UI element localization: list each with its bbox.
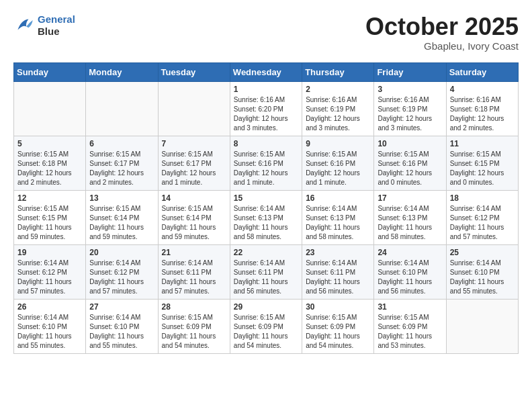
day-info: Sunrise: 6:15 AM Sunset: 6:14 PM Dayligh… [162,204,226,242]
calendar-cell: 30Sunrise: 6:15 AM Sunset: 6:09 PM Dayli… [302,299,374,353]
calendar-cell: 19Sunrise: 6:14 AM Sunset: 6:12 PM Dayli… [14,244,86,299]
calendar-cell: 7Sunrise: 6:15 AM Sunset: 6:17 PM Daylig… [158,136,230,190]
weekday-header: Saturday [446,62,518,81]
day-info: Sunrise: 6:14 AM Sunset: 6:12 PM Dayligh… [17,259,82,296]
day-number: 28 [162,302,226,312]
day-number: 23 [306,248,370,257]
calendar-cell: 20Sunrise: 6:14 AM Sunset: 6:12 PM Dayli… [86,244,158,299]
day-info: Sunrise: 6:16 AM Sunset: 6:19 PM Dayligh… [378,95,442,133]
calendar-cell: 28Sunrise: 6:15 AM Sunset: 6:09 PM Dayli… [158,299,230,353]
day-info: Sunrise: 6:14 AM Sunset: 6:13 PM Dayligh… [234,204,298,242]
calendar-cell: 2Sunrise: 6:16 AM Sunset: 6:19 PM Daylig… [302,81,374,136]
calendar-cell: 1Sunrise: 6:16 AM Sunset: 6:20 PM Daylig… [230,81,302,136]
day-info: Sunrise: 6:14 AM Sunset: 6:13 PM Dayligh… [378,204,442,242]
calendar-cell: 27Sunrise: 6:14 AM Sunset: 6:10 PM Dayli… [86,299,158,353]
calendar-cell: 31Sunrise: 6:15 AM Sunset: 6:09 PM Dayli… [374,299,446,353]
day-number: 17 [378,193,442,203]
calendar-week-row: 5Sunrise: 6:15 AM Sunset: 6:18 PM Daylig… [14,136,519,190]
day-number: 16 [306,193,370,203]
calendar-header-row: SundayMondayTuesdayWednesdayThursdayFrid… [14,62,519,81]
calendar-cell: 10Sunrise: 6:15 AM Sunset: 6:16 PM Dayli… [374,136,446,190]
calendar-cell: 13Sunrise: 6:15 AM Sunset: 6:14 PM Dayli… [86,190,158,244]
day-info: Sunrise: 6:15 AM Sunset: 6:17 PM Dayligh… [89,150,154,187]
calendar-cell: 25Sunrise: 6:14 AM Sunset: 6:10 PM Dayli… [446,244,518,299]
day-info: Sunrise: 6:15 AM Sunset: 6:09 PM Dayligh… [306,313,370,351]
day-info: Sunrise: 6:15 AM Sunset: 6:18 PM Dayligh… [17,150,82,187]
calendar-cell: 3Sunrise: 6:16 AM Sunset: 6:19 PM Daylig… [374,81,446,136]
day-info: Sunrise: 6:14 AM Sunset: 6:11 PM Dayligh… [234,259,298,296]
day-number: 3 [378,85,442,94]
calendar-cell: 5Sunrise: 6:15 AM Sunset: 6:18 PM Daylig… [14,136,86,190]
day-number: 29 [234,302,298,312]
weekday-header: Monday [86,62,158,81]
day-number: 11 [450,139,515,148]
calendar-cell: 4Sunrise: 6:16 AM Sunset: 6:18 PM Daylig… [446,81,518,136]
calendar-week-row: 1Sunrise: 6:16 AM Sunset: 6:20 PM Daylig… [14,81,519,136]
day-info: Sunrise: 6:15 AM Sunset: 6:09 PM Dayligh… [234,313,298,351]
title-block: October 2025 Gbapleu, Ivory Coast [365,13,519,52]
calendar-cell [446,299,518,353]
day-number: 13 [89,193,154,203]
calendar-cell: 26Sunrise: 6:14 AM Sunset: 6:10 PM Dayli… [14,299,86,353]
calendar-cell: 21Sunrise: 6:14 AM Sunset: 6:11 PM Dayli… [158,244,230,299]
calendar-cell: 14Sunrise: 6:15 AM Sunset: 6:14 PM Dayli… [158,190,230,244]
day-info: Sunrise: 6:14 AM Sunset: 6:12 PM Dayligh… [89,259,154,296]
day-number: 21 [162,248,226,257]
day-info: Sunrise: 6:14 AM Sunset: 6:13 PM Dayligh… [306,204,370,242]
page-header: General Blue October 2025 Gbapleu, Ivory… [13,13,519,52]
day-info: Sunrise: 6:16 AM Sunset: 6:20 PM Dayligh… [234,95,298,133]
day-number: 27 [89,302,154,312]
day-number: 9 [306,139,370,148]
location: Gbapleu, Ivory Coast [365,40,519,52]
day-info: Sunrise: 6:15 AM Sunset: 6:16 PM Dayligh… [234,150,298,187]
day-info: Sunrise: 6:15 AM Sunset: 6:16 PM Dayligh… [378,150,442,187]
weekday-header: Thursday [302,62,374,81]
day-number: 31 [378,302,442,312]
month-title: October 2025 [365,13,519,40]
day-number: 1 [234,85,298,94]
day-number: 25 [450,248,515,257]
calendar-cell [86,81,158,136]
day-info: Sunrise: 6:16 AM Sunset: 6:19 PM Dayligh… [306,95,370,133]
day-number: 26 [17,302,82,312]
calendar-cell: 11Sunrise: 6:15 AM Sunset: 6:15 PM Dayli… [446,136,518,190]
day-number: 8 [234,139,298,148]
day-info: Sunrise: 6:14 AM Sunset: 6:10 PM Dayligh… [450,259,515,296]
weekday-header: Friday [374,62,446,81]
day-number: 30 [306,302,370,312]
day-info: Sunrise: 6:14 AM Sunset: 6:11 PM Dayligh… [162,259,226,296]
day-number: 24 [378,248,442,257]
calendar-week-row: 12Sunrise: 6:15 AM Sunset: 6:15 PM Dayli… [14,190,519,244]
day-info: Sunrise: 6:14 AM Sunset: 6:10 PM Dayligh… [89,313,154,351]
day-number: 5 [17,139,82,148]
day-number: 2 [306,85,370,94]
day-number: 22 [234,248,298,257]
calendar-cell: 23Sunrise: 6:14 AM Sunset: 6:11 PM Dayli… [302,244,374,299]
day-number: 10 [378,139,442,148]
calendar-cell: 17Sunrise: 6:14 AM Sunset: 6:13 PM Dayli… [374,190,446,244]
day-info: Sunrise: 6:15 AM Sunset: 6:17 PM Dayligh… [162,150,226,187]
calendar-cell: 8Sunrise: 6:15 AM Sunset: 6:16 PM Daylig… [230,136,302,190]
calendar-cell: 29Sunrise: 6:15 AM Sunset: 6:09 PM Dayli… [230,299,302,353]
day-number: 20 [89,248,154,257]
logo-text: General Blue [38,13,75,38]
calendar-cell [14,81,86,136]
day-number: 18 [450,193,515,203]
logo: General Blue [13,13,75,38]
calendar-cell: 22Sunrise: 6:14 AM Sunset: 6:11 PM Dayli… [230,244,302,299]
weekday-header: Sunday [14,62,86,81]
day-info: Sunrise: 6:15 AM Sunset: 6:16 PM Dayligh… [306,150,370,187]
day-info: Sunrise: 6:14 AM Sunset: 6:12 PM Dayligh… [450,204,515,242]
day-info: Sunrise: 6:15 AM Sunset: 6:09 PM Dayligh… [378,313,442,351]
calendar-cell: 24Sunrise: 6:14 AM Sunset: 6:10 PM Dayli… [374,244,446,299]
day-info: Sunrise: 6:14 AM Sunset: 6:10 PM Dayligh… [378,259,442,296]
calendar-week-row: 26Sunrise: 6:14 AM Sunset: 6:10 PM Dayli… [14,299,519,353]
logo-icon [13,15,35,36]
day-info: Sunrise: 6:15 AM Sunset: 6:15 PM Dayligh… [17,204,82,242]
weekday-header: Wednesday [230,62,302,81]
day-number: 6 [89,139,154,148]
day-info: Sunrise: 6:15 AM Sunset: 6:14 PM Dayligh… [89,204,154,242]
day-number: 12 [17,193,82,203]
day-number: 7 [162,139,226,148]
day-info: Sunrise: 6:15 AM Sunset: 6:15 PM Dayligh… [450,150,515,187]
